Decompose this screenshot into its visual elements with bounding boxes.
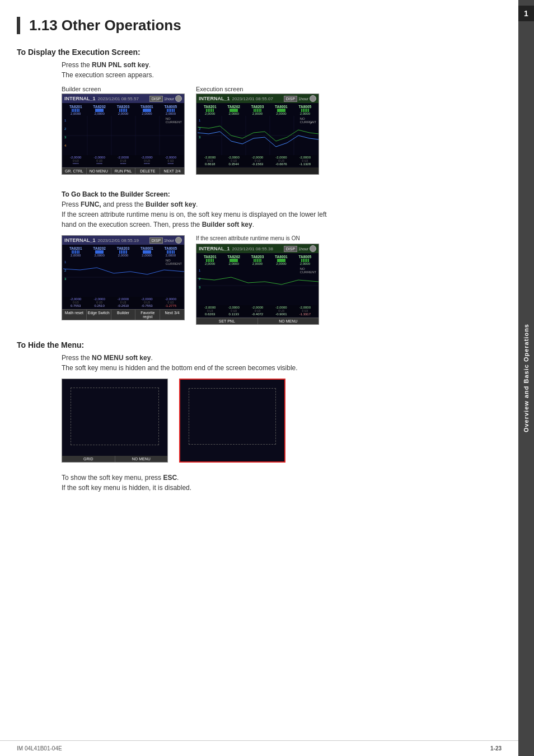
sk-delete[interactable]: DELETE <box>135 168 160 174</box>
builder-screen-2: INTERNAL_1 2023/12/01 08:55.19 DISP 1hou… <box>62 235 185 320</box>
no-menu-screen-right-panel <box>179 379 285 463</box>
execution-screen-2: INTERNAL_1 2023/12/01 08:55.38 DISP 1hou… <box>196 244 319 325</box>
sk-gr-ctrl[interactable]: GR. CTRL <box>62 168 87 174</box>
bottom-vals-exec: -2,0000 0 U3 0.8618 -2,0000 0 U3 0.3544 … <box>198 155 317 166</box>
screen-pair-1: Builder screen INTERNAL_1 2023/12/01 08:… <box>62 86 499 175</box>
builder2-softkeys: Math reset Edge Switch Builder Favorite … <box>62 309 184 320</box>
builder-screen-label: Builder screen <box>62 86 185 92</box>
builder-key-label-2: Builder soft key <box>202 221 252 228</box>
runtime-note-label: If the screen attribute runtime menu is … <box>196 235 319 241</box>
instruction-3-1: Press the NO MENU soft key. <box>62 354 499 362</box>
section-2-heading: To Go Back to the Builder Screen: <box>62 190 499 198</box>
execution-screen-panel: Execution screen INTERNAL_1 2023/12/01 0… <box>196 86 319 175</box>
sk-favorite[interactable]: Favorite regist <box>135 310 160 320</box>
sk-no-menu[interactable]: NO MENU <box>87 168 111 174</box>
sk-set-pnl[interactable]: SET PNL <box>196 318 258 324</box>
footer-page-number: 1-23 <box>490 745 502 752</box>
no-menu-keys-left: GRID NO MENU <box>62 456 167 462</box>
esc-key-label: ESC <box>163 474 177 482</box>
osc-time-builder: 2023/12/01 08:55.57 <box>98 96 139 101</box>
ch-1-builder: TA8201 2,0000 <box>64 105 87 115</box>
osc-circle <box>175 95 182 102</box>
osc-header-builder2: INTERNAL_1 2023/12/01 08:55.19 DISP 1hou… <box>62 236 184 245</box>
section-3-heading: To Hide the Menu: <box>17 340 499 349</box>
page-footer: IM 04L41B01-04E 1-23 <box>0 740 518 756</box>
instruction-3-4: If the soft key menu is hidden, it is di… <box>62 484 499 492</box>
no-menu-screen-right <box>179 379 285 463</box>
no-menu-screen-pair: GRID NO MENU <box>62 379 499 463</box>
sk-no-menu-exec[interactable]: NO MENU <box>258 318 319 324</box>
no-menu-screen-left: GRID NO MENU <box>62 379 168 463</box>
ch-4-builder: TA8001 2,0000 <box>135 105 158 115</box>
func-key-label: FUNC, <box>81 200 101 208</box>
osc-1hour: 1hour <box>164 97 174 101</box>
exec2-softkeys: SET PNL NO MENU <box>196 318 318 324</box>
instruction-1-2: The execution screen appears. <box>62 71 499 79</box>
waveform-builder: 1 2 3 4 NO CURRENT <box>63 116 183 155</box>
instruction-2-3: hand on the execution screen. Then, pres… <box>62 221 499 228</box>
ch-5-builder: TA8005 2,0000 <box>160 105 182 115</box>
builder-key-label: Builder soft key <box>146 200 196 208</box>
execution-screen-label: Execution screen <box>196 86 319 92</box>
osc-btns: DISP 1hour <box>149 95 182 102</box>
no-menu-screen-left-panel: GRID NO MENU <box>62 379 168 463</box>
section-hide-menu: To Hide the Menu: Press the NO MENU soft… <box>17 340 499 492</box>
osc-header-exec: INTERNAL_1 2023/12/01 08:55.07 DISP 1hou… <box>196 94 318 103</box>
instruction-2-1: Press FUNC, and press the Builder soft k… <box>62 200 499 208</box>
instruction-3-3: To show the soft key menu, press ESC. <box>62 474 499 482</box>
instruction-3-2: The soft key menu is hidden and the bott… <box>62 364 499 372</box>
chapter-title: 1.13 Other Operations <box>29 17 499 34</box>
side-tab-label: Overview and Basic Operations <box>523 324 530 432</box>
section-display-execution: To Display the Execution Screen: Press t… <box>17 48 499 175</box>
osc-disp-btn-exec: DISP <box>284 96 297 102</box>
builder-screen-panel: Builder screen INTERNAL_1 2023/12/01 08:… <box>62 86 185 175</box>
section-1-heading: To Display the Execution Screen: <box>17 48 499 57</box>
chapter-title-block: 1.13 Other Operations <box>17 17 499 34</box>
builder-screen: INTERNAL_1 2023/12/01 08:55.57 DISP 1hou… <box>62 94 185 175</box>
no-menu-inner-right <box>189 388 276 445</box>
side-tab: 1 Overview and Basic Operations <box>518 0 534 756</box>
sk-math-reset[interactable]: Math reset <box>62 310 87 320</box>
instruction-2-2: If the screen attribute runtime menu is … <box>62 211 499 218</box>
osc-time-exec: 2023/12/01 08:55.07 <box>232 96 273 101</box>
sk-grid[interactable]: GRID <box>62 456 115 462</box>
sk-next-3-4[interactable]: Next 3/4 <box>160 310 184 320</box>
osc-header-builder: INTERNAL_1 2023/12/01 08:55.57 DISP 1hou… <box>62 94 184 103</box>
screen-pair-2: INTERNAL_1 2023/12/01 08:55.19 DISP 1hou… <box>62 235 499 325</box>
section-go-back: To Go Back to the Builder Screen: Press … <box>17 190 499 325</box>
builder-softkeys: GR. CTRL NO MENU RUN PNL DELETE NEXT 2/4 <box>62 167 184 174</box>
no-menu-key-label: NO MENU soft key <box>92 354 151 362</box>
sk-run-pnl[interactable]: RUN PNL <box>111 168 136 174</box>
sk-edge-switch[interactable]: Edge Switch <box>87 310 111 320</box>
sk-next-2-4[interactable]: NEXT 2/4 <box>160 168 184 174</box>
footer-doc-id: IM 04L41B01-04E <box>17 745 62 752</box>
sk-no-menu-left[interactable]: NO MENU <box>115 456 168 462</box>
main-content: 1.13 Other Operations To Display the Exe… <box>0 0 516 530</box>
chapter-number: 1 <box>518 6 534 21</box>
exec-channel-area: TA8201 2,0000 <box>196 103 318 167</box>
builder-screen-panel-2: INTERNAL_1 2023/12/01 08:55.19 DISP 1hou… <box>62 235 185 320</box>
execution-screen: INTERNAL_1 2023/12/01 08:55.07 DISP 1hou… <box>196 94 319 175</box>
ch-3-builder: TA8203 2,0000 <box>112 105 134 115</box>
osc-title-exec: INTERNAL_1 <box>199 96 230 101</box>
osc-title-builder: INTERNAL_1 <box>64 96 96 101</box>
instruction-1-1: Press the RUN PNL soft key. <box>62 61 499 69</box>
no-menu-inner-left <box>71 388 159 445</box>
osc-disp-btn: DISP <box>149 96 163 102</box>
osc-channel-area-builder: TA8201 2,0000 <box>62 103 184 167</box>
bottom-vals-builder: -2,0000 0 U3 ***** -2,0000 0 U3 ***** -2… <box>63 155 183 166</box>
ch-top-builder: TA8201 2,0000 <box>63 104 183 116</box>
waveform-exec: 1 2 3 ↗ NO CURRENT <box>198 116 317 155</box>
run-pnl-key: RUN PNL soft key <box>92 61 149 69</box>
sk-builder[interactable]: Builder <box>111 310 136 320</box>
ch-2-builder: TA8202 2,0000 <box>88 105 110 115</box>
